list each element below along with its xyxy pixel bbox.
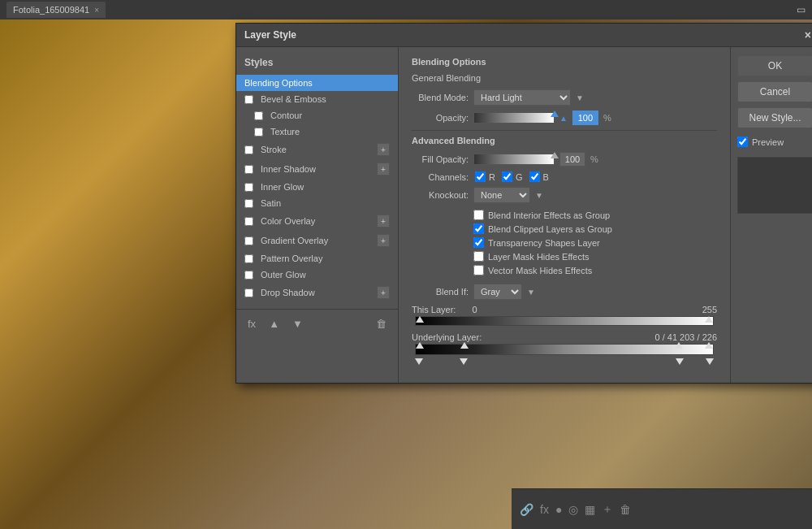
inner-glow-checkbox[interactable] (244, 183, 253, 192)
style-item-pattern-overlay[interactable]: Pattern Overlay (236, 250, 398, 267)
knockout-row: Knockout: None Shallow Deep ▼ (412, 187, 717, 203)
this-layer-left-thumb[interactable] (416, 316, 424, 323)
advanced-checkboxes: Blend Interior Effects as Group Blend Cl… (412, 210, 717, 275)
bevel-emboss-checkbox[interactable] (244, 95, 253, 104)
circle-icon[interactable]: ● (555, 503, 562, 516)
channel-g-group: G (502, 171, 523, 182)
transparency-shapes-checkbox[interactable] (473, 237, 484, 248)
channel-r-checkbox[interactable] (475, 171, 486, 182)
style-label: Texture (270, 127, 300, 137)
tab-close-icon[interactable]: × (94, 6, 99, 15)
layer-mask-hides-checkbox[interactable] (473, 251, 484, 262)
this-layer-slider-track[interactable] (412, 316, 717, 326)
move-down-button[interactable]: ▼ (289, 316, 306, 332)
fill-opacity-input[interactable]: 100 (559, 152, 585, 167)
color-overlay-checkbox[interactable] (244, 217, 253, 226)
gradient-overlay-checkbox[interactable] (244, 236, 253, 245)
style-item-bevel-emboss[interactable]: Bevel & Emboss (236, 91, 398, 107)
new-style-button[interactable]: New Style... (737, 107, 812, 128)
move-up-button[interactable]: ▲ (266, 316, 283, 332)
style-label: Inner Glow (261, 182, 304, 192)
style-item-blending-options[interactable]: Blending Options (236, 75, 398, 91)
channel-r-label: R (489, 172, 495, 182)
underlying-bottom-left-2[interactable] (460, 358, 468, 365)
gradient-overlay-add-button[interactable]: + (377, 234, 390, 247)
underlying-bottom-left[interactable] (415, 358, 423, 365)
inner-shadow-checkbox[interactable] (244, 165, 253, 174)
style-item-contour[interactable]: Contour (236, 107, 398, 124)
stroke-checkbox[interactable] (244, 145, 253, 154)
blend-clipped-label: Blend Clipped Layers as Group (488, 224, 612, 234)
cancel-button[interactable]: Cancel (737, 81, 812, 102)
fx-button[interactable]: fx (244, 316, 259, 332)
style-item-texture[interactable]: Texture (236, 124, 398, 140)
texture-checkbox[interactable] (254, 128, 263, 137)
underlying-left-thumb-2[interactable] (460, 342, 469, 349)
blend-mode-row: Blend Mode: Hard Light ▼ (412, 89, 717, 106)
style-label: Contour (270, 111, 302, 120)
underlying-bottom-right-1[interactable] (676, 358, 684, 365)
dialog-close-button[interactable]: × (805, 28, 811, 41)
blend-mode-select[interactable]: Hard Light (473, 89, 571, 106)
underlying-layer-values: 0 / 41 203 / 226 (655, 332, 717, 342)
inner-shadow-add-button[interactable]: + (377, 163, 390, 176)
style-item-color-overlay[interactable]: Color Overlay + (236, 211, 398, 231)
channel-g-checkbox[interactable] (502, 171, 512, 182)
vector-mask-hides-label: Vector Mask Hides Effects (488, 266, 592, 275)
vector-mask-hides-checkbox[interactable] (473, 265, 484, 275)
style-item-satin[interactable]: Satin (236, 195, 398, 211)
channel-b-checkbox[interactable] (529, 171, 540, 182)
blend-interior-checkbox[interactable] (473, 210, 484, 220)
style-item-gradient-overlay[interactable]: Gradient Overlay + (236, 231, 398, 250)
dropdown-arrow-icon: ▼ (576, 93, 584, 102)
style-item-outer-glow[interactable]: Outer Glow (236, 267, 398, 283)
stroke-add-button[interactable]: + (377, 143, 390, 156)
underlying-bottom-right-2[interactable] (706, 358, 714, 365)
ok-button[interactable]: OK (737, 55, 812, 76)
style-item-stroke[interactable]: Stroke + (236, 140, 398, 159)
underlying-left-thumb-1[interactable] (416, 342, 424, 349)
blending-options-title: Blending Options (412, 57, 717, 67)
style-item-drop-shadow[interactable]: Drop Shadow + (236, 283, 398, 302)
drop-shadow-add-button[interactable]: + (377, 286, 390, 299)
underlying-right-thumb-2[interactable] (705, 342, 713, 349)
underlying-right-thumb-1[interactable] (675, 342, 683, 349)
this-layer-right-thumb[interactable] (705, 316, 713, 323)
tab-label: Fotolia_165009841 (13, 5, 89, 15)
target-icon[interactable]: ◎ (568, 503, 578, 516)
underlying-layer-slider-track[interactable] (412, 344, 717, 366)
options-panel: Blending Options General Blending Blend … (399, 47, 730, 383)
opacity-slider-container[interactable] (473, 112, 555, 124)
blend-if-select[interactable]: Gray Red Green Blue (473, 284, 522, 300)
link-icon[interactable]: 🔗 (520, 503, 533, 516)
knockout-label: Knockout: (412, 190, 469, 200)
fill-opacity-label: Fill Opacity: (412, 154, 469, 164)
delete-style-button[interactable]: 🗑 (373, 316, 390, 332)
opacity-input[interactable]: 100 (572, 111, 598, 125)
preview-checkbox[interactable] (737, 137, 748, 147)
color-overlay-add-button[interactable]: + (377, 215, 390, 228)
style-item-inner-shadow[interactable]: Inner Shadow + (236, 159, 398, 179)
satin-checkbox[interactable] (244, 199, 253, 208)
underlying-layer-gradient (415, 344, 714, 355)
drop-shadow-checkbox[interactable] (244, 288, 253, 297)
this-layer-label-row: This Layer: 0 255 (412, 305, 717, 314)
knockout-select[interactable]: None Shallow Deep (473, 187, 530, 203)
pattern-overlay-checkbox[interactable] (244, 254, 253, 263)
opacity-slider[interactable] (473, 112, 555, 124)
fill-opacity-slider[interactable] (473, 154, 555, 165)
outer-glow-checkbox[interactable] (244, 271, 253, 280)
blend-clipped-row: Blend Clipped Layers as Group (473, 223, 717, 234)
fx-panel-icon[interactable]: fx (540, 503, 549, 516)
blend-if-section: Blend If: Gray Red Green Blue ▼ This Lay… (412, 284, 717, 366)
fill-opacity-slider-container[interactable] (473, 154, 555, 165)
add-icon[interactable]: ＋ (602, 502, 613, 517)
document-tab[interactable]: Fotolia_165009841 × (6, 2, 106, 18)
trash-icon[interactable]: 🗑 (620, 503, 631, 516)
style-item-inner-glow[interactable]: Inner Glow (236, 179, 398, 195)
contour-checkbox[interactable] (254, 111, 263, 120)
blend-clipped-checkbox[interactable] (473, 223, 484, 234)
layer-mask-hides-label: Layer Mask Hides Effects (488, 252, 590, 262)
grid-icon[interactable]: ▦ (585, 503, 595, 516)
underlying-bottom-thumbs (415, 358, 714, 366)
